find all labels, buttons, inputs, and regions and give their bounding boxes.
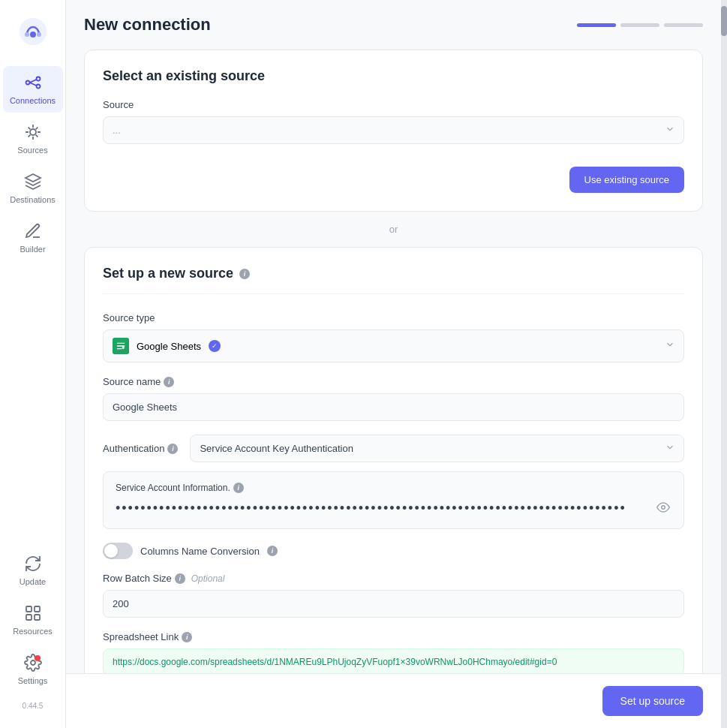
columns-name-conversion-toggle[interactable]: [103, 543, 133, 559]
select-source-title: Select an existing source: [103, 68, 684, 84]
password-field-row: ••••••••••••••••••••••••••••••••••••••••…: [116, 499, 671, 518]
progress-steps: [577, 23, 703, 27]
svg-rect-10: [26, 606, 32, 612]
svg-point-9: [30, 129, 36, 135]
svg-rect-12: [26, 615, 32, 620]
source-label: Source: [103, 99, 684, 110]
svg-line-7: [29, 80, 36, 83]
auth-select-wrapper: Service Account Key Authentication: [190, 435, 684, 462]
select-existing-source-card: Select an existing source Source ...: [84, 50, 703, 212]
sidebar-item-label: Builder: [20, 245, 45, 254]
step-1-bar: [577, 23, 616, 27]
sidebar-item-label: Resources: [13, 627, 53, 636]
resources-icon: [24, 604, 42, 624]
service-account-info-icon[interactable]: i: [233, 483, 244, 493]
setup-card-title-row: Set up a new source i: [103, 266, 684, 294]
svg-point-6: [36, 85, 40, 89]
content-area: New connection Select an existing source…: [66, 0, 721, 673]
spreadsheet-link-info-icon[interactable]: i: [182, 632, 192, 642]
toggle-password-visibility-button[interactable]: [655, 499, 671, 518]
builder-icon: [24, 222, 42, 242]
source-type-select[interactable]: Google Sheets ✓: [103, 329, 684, 362]
page-title: New connection: [84, 15, 211, 35]
sidebar-item-connections[interactable]: Connections: [3, 66, 63, 113]
source-name-info-icon[interactable]: i: [164, 377, 174, 387]
svg-rect-16: [122, 346, 125, 349]
sidebar-item-builder[interactable]: Builder: [3, 215, 63, 261]
columns-conversion-info-icon[interactable]: i: [267, 546, 278, 556]
sidebar-item-resources[interactable]: Resources: [3, 597, 63, 643]
sidebar-item-destinations[interactable]: Destinations: [3, 165, 63, 212]
source-type-label: Source type: [103, 312, 684, 323]
columns-name-conversion-label: Columns Name Conversion: [140, 546, 260, 557]
step-3-bar: [664, 23, 703, 27]
sidebar: Connections Sources Destinations: [0, 0, 66, 728]
sidebar-item-settings[interactable]: Settings: [3, 646, 63, 693]
auth-row: Authentication i Service Account Key Aut…: [103, 435, 684, 462]
source-name-input[interactable]: [103, 393, 684, 421]
source-type-value: Google Sheets: [137, 341, 201, 352]
sidebar-item-sources[interactable]: Sources: [3, 116, 63, 162]
sidebar-item-label: Connections: [10, 96, 56, 105]
spreadsheet-link-label: Spreadsheet Link i: [103, 631, 684, 642]
toggle-thumb: [104, 544, 118, 558]
source-type-group: Source type Google Sheets ✓: [103, 312, 684, 362]
source-select-wrapper: ...: [103, 116, 684, 144]
svg-point-4: [26, 81, 29, 85]
sidebar-item-label: Sources: [17, 146, 47, 155]
svg-rect-13: [35, 615, 40, 620]
svg-point-3: [37, 32, 41, 37]
sidebar-bottom: Update Resources: [0, 547, 65, 716]
source-name-label: Source name i: [103, 376, 684, 387]
sidebar-item-label: Settings: [18, 676, 48, 685]
spreadsheet-link-group: Spreadsheet Link i: [103, 631, 684, 673]
row-batch-size-label: Row Batch Size i Optional: [103, 573, 684, 584]
setup-source-button[interactable]: Set up source: [602, 686, 703, 716]
setup-new-source-card: Set up a new source i Source type: [84, 247, 703, 673]
svg-point-2: [25, 32, 29, 37]
use-existing-row: Use existing source: [103, 158, 684, 193]
app-logo[interactable]: [14, 12, 53, 54]
or-divider: or: [84, 224, 703, 235]
svg-point-14: [31, 660, 35, 665]
spreadsheet-link-input[interactable]: [103, 648, 684, 673]
source-name-group: Source name i: [103, 376, 684, 421]
step-2-bar: [620, 23, 659, 27]
setup-info-icon[interactable]: i: [239, 269, 250, 279]
bottom-bar: Set up source: [66, 673, 721, 728]
verified-badge: ✓: [209, 340, 221, 352]
row-batch-size-input[interactable]: [103, 590, 684, 618]
google-sheets-icon: [113, 338, 129, 354]
destinations-icon: [24, 173, 42, 192]
eye-icon: [656, 501, 670, 514]
row-batch-size-optional: Optional: [191, 573, 225, 584]
authentication-label: Authentication i: [103, 443, 178, 454]
sources-icon: [24, 123, 42, 143]
source-type-select-wrapper: Google Sheets ✓: [103, 329, 684, 362]
service-account-password[interactable]: ••••••••••••••••••••••••••••••••••••••••…: [116, 501, 649, 516]
service-account-label: Service Account Information. i: [116, 483, 671, 493]
row-batch-size-group: Row Batch Size i Optional: [103, 573, 684, 618]
update-icon: [24, 555, 42, 574]
sidebar-item-label: Destinations: [10, 195, 56, 204]
columns-name-conversion-group: Columns Name Conversion i: [103, 543, 684, 559]
version-label: 0.44.5: [23, 696, 44, 716]
svg-point-17: [662, 506, 665, 510]
setup-new-source-title: Set up a new source: [103, 266, 233, 281]
authentication-select[interactable]: Service Account Key Authentication: [190, 435, 684, 462]
scrollbar-thumb[interactable]: [721, 6, 727, 36]
settings-notification-badge: [35, 655, 41, 661]
scrollbar[interactable]: [721, 0, 727, 728]
row-batch-size-info-icon[interactable]: i: [175, 573, 185, 584]
svg-point-1: [30, 32, 36, 38]
svg-rect-11: [35, 606, 40, 612]
authentication-info-icon[interactable]: i: [167, 444, 178, 454]
source-select[interactable]: ...: [103, 116, 684, 144]
sidebar-item-update[interactable]: Update: [3, 547, 63, 594]
settings-icon: [24, 654, 42, 673]
service-account-box: Service Account Information. i •••••••••…: [103, 471, 684, 529]
source-form-group: Source ...: [103, 99, 684, 144]
svg-point-5: [36, 77, 40, 81]
source-placeholder: ...: [113, 125, 121, 136]
use-existing-source-button[interactable]: Use existing source: [569, 167, 684, 193]
